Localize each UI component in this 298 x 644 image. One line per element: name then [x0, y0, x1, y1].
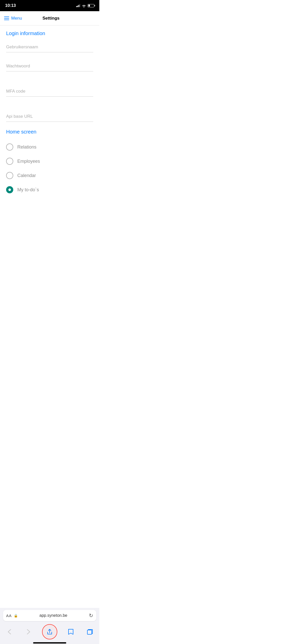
page-title: Settings — [22, 16, 80, 21]
radio-item-relations[interactable]: Relations — [6, 140, 93, 154]
mfa-field[interactable] — [6, 86, 93, 97]
api-url-input[interactable] — [6, 111, 93, 122]
menu-label: Menu — [11, 16, 22, 21]
radio-label-todos: My to-do`s — [17, 187, 39, 193]
username-input[interactable] — [6, 41, 93, 52]
password-field[interactable] — [6, 61, 93, 71]
radio-circle-employees — [6, 158, 13, 165]
radio-circle-relations — [6, 143, 13, 151]
battery-icon — [88, 4, 94, 7]
wifi-icon — [82, 4, 86, 7]
status-bar: 10:13 — [0, 0, 99, 11]
radio-label-calendar: Calendar — [17, 173, 36, 178]
radio-item-calendar[interactable]: Calendar — [6, 168, 93, 183]
radio-group: Relations Employees Calendar My to-do`s — [6, 140, 93, 197]
home-screen-section: Home screen Relations Employees Calendar… — [6, 129, 93, 197]
home-screen-section-title: Home screen — [6, 129, 93, 135]
api-url-field[interactable] — [6, 111, 93, 122]
status-icons — [76, 4, 94, 7]
signal-icon — [76, 4, 80, 7]
radio-label-employees: Employees — [17, 159, 40, 164]
mfa-input[interactable] — [6, 86, 93, 97]
username-field[interactable] — [6, 41, 93, 52]
radio-item-todos[interactable]: My to-do`s — [6, 183, 93, 197]
menu-button[interactable]: Menu — [4, 16, 22, 21]
status-time: 10:13 — [5, 3, 16, 8]
radio-item-employees[interactable]: Employees — [6, 154, 93, 168]
login-section-title: Login information — [6, 31, 93, 36]
radio-circle-calendar — [6, 172, 13, 179]
password-input[interactable] — [6, 61, 93, 71]
hamburger-icon — [4, 17, 9, 20]
radio-label-relations: Relations — [17, 144, 36, 150]
radio-circle-todos — [6, 186, 13, 193]
nav-bar: Menu Settings — [0, 11, 99, 25]
main-content: Login information Home screen Relations … — [0, 25, 99, 197]
